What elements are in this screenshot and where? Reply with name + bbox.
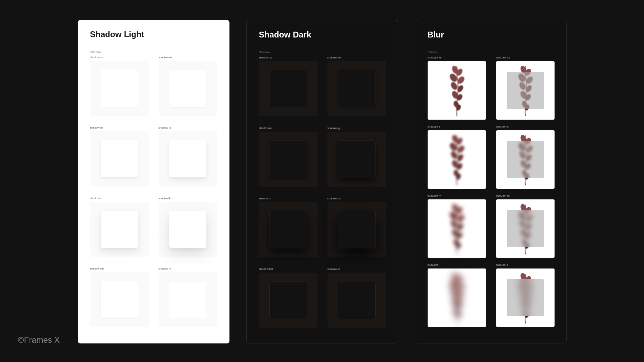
shadow-swatch: [169, 140, 206, 177]
shadow-dark-grid: shadow-xs shadow-sm shadow-m shadow-lg s…: [247, 56, 398, 328]
panel-shadow-dark: Shadow Dark Shadow shadow-xs shadow-sm s…: [246, 20, 398, 343]
sample-label: shadow-lg: [328, 127, 386, 130]
sample-shadow-xs: shadow-xs: [90, 56, 149, 116]
panel-title: Shadow Dark: [247, 30, 398, 40]
subheading: Shadow: [78, 50, 229, 54]
sample-box: [259, 61, 318, 116]
sample-label: blurDark-l: [496, 263, 555, 266]
sample-box: [90, 61, 149, 116]
sample-box: [259, 132, 318, 187]
sample-label: blurDark-s: [496, 125, 555, 128]
shadow-swatch: [338, 282, 375, 319]
shadow-light-grid: shadow-xs shadow-sm shadow-m shadow-lg s…: [78, 56, 229, 327]
shadow-swatch: [101, 70, 138, 107]
sample-label: blurDark-xs: [496, 56, 555, 59]
sample-label: shadow-2xl: [159, 197, 217, 200]
shadow-swatch: [169, 281, 206, 318]
panel-title: Blur: [415, 30, 566, 40]
sample-shadow-m: shadow-m: [259, 127, 318, 187]
sample-box: [328, 273, 386, 328]
blur-grid: blurLight-xs blurDark-xs blurLight-s: [415, 56, 566, 327]
subheading: Shadow: [247, 51, 398, 54]
shadow-swatch: [101, 281, 138, 318]
sample-box: [90, 202, 149, 257]
sample-label: shadow-flat: [90, 267, 149, 270]
sample-blur-light-s: blurLight-s: [428, 125, 486, 189]
sample-shadow-in: shadow-in: [328, 267, 386, 328]
sample-label: shadow-flat: [259, 267, 318, 271]
sample-label: shadow-m: [259, 127, 318, 130]
sample-blur-light-l: blurLight-l: [428, 263, 486, 327]
shadow-swatch: [169, 211, 206, 248]
panel-blur: Blur Effects blurLight-xs blurDark-xs bl…: [415, 20, 567, 343]
sample-shadow-xl: shadow-xl: [259, 197, 318, 257]
sample-shadow-lg: shadow-lg: [159, 126, 217, 186]
plant-icon: [443, 65, 471, 116]
sample-label: shadow-sm: [159, 56, 217, 59]
shadow-swatch: [101, 140, 138, 177]
sample-box: [90, 272, 149, 327]
sample-shadow-lg: shadow-lg: [328, 127, 386, 187]
blur-sample-box: [496, 199, 555, 258]
sample-label: blurLight-xs: [428, 56, 486, 59]
panels-container: Shadow Light Shadow shadow-xs shadow-sm …: [0, 0, 644, 343]
panel-shadow-light: Shadow Light Shadow shadow-xs shadow-sm …: [78, 20, 229, 343]
sample-label: blurLight-m: [428, 194, 486, 197]
sample-label: shadow-m: [90, 126, 149, 129]
sample-box: [159, 61, 217, 116]
sample-shadow-sm: shadow-sm: [159, 56, 217, 116]
sample-shadow-2xl: shadow-2xl: [159, 197, 217, 257]
blur-overlay: [507, 279, 544, 316]
sample-blur-light-xs: blurLight-xs: [428, 56, 486, 120]
blur-sample-box: [496, 268, 555, 327]
shadow-swatch: [270, 141, 307, 178]
sample-box: [328, 61, 386, 116]
sample-blur-dark-s: blurDark-s: [496, 125, 555, 189]
sample-box: [328, 202, 386, 257]
sample-label: blurLight-s: [428, 125, 486, 128]
sample-label: shadow-sm: [328, 56, 386, 59]
sample-box: [90, 131, 149, 186]
shadow-swatch: [169, 70, 206, 107]
blur-sample-box: [428, 199, 486, 258]
sample-label: shadow-xl: [90, 197, 149, 200]
sample-blur-dark-l: blurDark-l: [496, 263, 555, 327]
sample-blur-light-m: blurLight-m: [428, 194, 486, 258]
subheading: Effects: [415, 51, 566, 54]
shadow-swatch: [270, 282, 307, 319]
blur-sample-box: [428, 268, 486, 327]
sample-box: [328, 132, 386, 187]
blur-sample-box: [496, 130, 555, 189]
shadow-swatch: [338, 211, 375, 248]
sample-box: [159, 131, 217, 186]
blur-overlay: [507, 210, 544, 247]
sample-label: shadow-2xl: [328, 197, 386, 200]
sample-box: [159, 272, 217, 327]
sample-label: blurLight-l: [428, 263, 486, 266]
shadow-swatch: [338, 141, 375, 178]
sample-shadow-xs: shadow-xs: [259, 56, 318, 116]
sample-label: shadow-lg: [159, 126, 217, 129]
plant-icon: [443, 272, 471, 323]
sample-label: shadow-in: [159, 267, 217, 270]
blur-overlay: [507, 72, 544, 109]
sample-shadow-2xl: shadow-2xl: [328, 197, 386, 257]
sample-shadow-m: shadow-m: [90, 126, 149, 186]
panel-title: Shadow Light: [78, 30, 229, 39]
sample-label: blurDark-m: [496, 194, 555, 197]
sample-box: [259, 202, 318, 257]
sample-label: shadow-xl: [259, 197, 318, 200]
blur-sample-box: [428, 61, 486, 120]
shadow-swatch: [270, 70, 307, 107]
sample-shadow-flat: shadow-flat: [259, 267, 318, 328]
sample-box: [159, 202, 217, 257]
plant-icon: [443, 134, 471, 185]
shadow-swatch: [338, 70, 375, 107]
sample-shadow-xl: shadow-xl: [90, 197, 149, 257]
blur-sample-box: [428, 130, 486, 189]
sample-label: shadow-in: [328, 267, 386, 271]
sample-shadow-in: shadow-in: [159, 267, 217, 327]
sample-box: [259, 273, 318, 328]
sample-label: shadow-xs: [259, 56, 318, 59]
sample-shadow-flat: shadow-flat: [90, 267, 149, 327]
